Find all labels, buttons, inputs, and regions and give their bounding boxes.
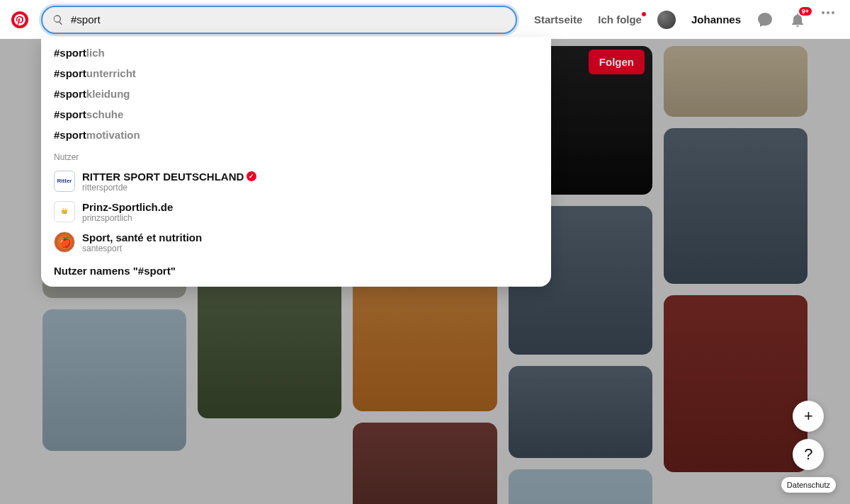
pin[interactable] [353, 270, 497, 411]
notifications-icon[interactable]: 9+ [789, 11, 806, 28]
user-avatar: Ritter [54, 171, 75, 192]
pin[interactable] [198, 270, 341, 418]
suggestion-rest: motivation [86, 129, 140, 141]
help-button[interactable]: ? [793, 439, 824, 470]
dropdown-section-label: Nutzer [41, 145, 551, 166]
header-bar: #sportlich #sportunterricht #sportkleidu… [0, 0, 850, 39]
user-avatar: 👑 [54, 201, 75, 222]
search-icon [52, 14, 64, 25]
messages-icon[interactable] [756, 11, 774, 28]
nav-home[interactable]: Startseite [534, 13, 582, 25]
more-menu-icon[interactable] [822, 11, 839, 28]
suggestion-match: #sport [54, 129, 86, 141]
user-name: Sport, santé et nutrition [82, 231, 202, 244]
user-handle: rittersportde [82, 183, 256, 193]
suggestion-item[interactable]: #sportschuhe [41, 104, 551, 125]
user-handle: santesport [82, 244, 202, 253]
pin[interactable] [353, 423, 497, 504]
suggestion-match: #sport [54, 47, 86, 59]
pin[interactable] [509, 469, 652, 504]
suggestion-item[interactable]: #sportlich [41, 42, 551, 63]
verified-badge-icon [246, 171, 256, 181]
suggestion-match: #sport [54, 108, 86, 120]
suggestion-match: #sport [54, 67, 86, 79]
nav-following-label: Ich folge [598, 13, 642, 25]
suggestion-match: #sport [54, 88, 86, 100]
suggestion-rest: lich [86, 47, 105, 59]
pin[interactable] [664, 46, 808, 117]
suggestion-rest: kleidung [86, 88, 130, 100]
pin[interactable] [664, 128, 808, 284]
search-wrapper: #sportlich #sportunterricht #sportkleidu… [41, 6, 517, 34]
suggestion-item[interactable]: #sportkleidung [41, 84, 551, 104]
suggestion-user[interactable]: 🍎 Sport, santé et nutrition santesport [41, 227, 551, 258]
user-avatar[interactable] [657, 11, 676, 29]
suggestion-rest: schuhe [86, 108, 124, 120]
add-button[interactable]: + [793, 401, 824, 432]
suggestion-rest: unterricht [86, 67, 136, 79]
user-name: Prinz-Sportlich.de [82, 201, 173, 213]
user-handle: prinzsportlich [82, 213, 173, 223]
user-avatar: 🍎 [54, 231, 75, 253]
suggestion-user[interactable]: 👑 Prinz-Sportlich.de prinzsportlich [41, 197, 551, 227]
notification-badge: 9+ [799, 7, 812, 16]
nav-following[interactable]: Ich folge [598, 13, 642, 25]
privacy-link[interactable]: Datenschutz [781, 477, 836, 493]
dropdown-footer-link[interactable]: Nutzer namens "#sport" [41, 258, 551, 277]
pin[interactable] [509, 366, 652, 458]
pin[interactable] [42, 309, 186, 451]
search-box[interactable] [41, 6, 517, 34]
user-name: RITTER SPORT DEUTSCHLAND [82, 171, 244, 183]
pinterest-logo[interactable] [11, 11, 28, 28]
search-autocomplete-dropdown: #sportlich #sportunterricht #sportkleidu… [41, 37, 551, 287]
floating-actions: + ? Datenschutz [781, 401, 836, 493]
follow-button[interactable]: Folgen [589, 50, 645, 74]
user-name-label[interactable]: Johannes [691, 13, 741, 25]
suggestion-item[interactable]: #sportunterricht [41, 63, 551, 84]
suggestion-user[interactable]: Ritter RITTER SPORT DEUTSCHLAND rittersp… [41, 166, 551, 197]
suggestion-item[interactable]: #sportmotivation [41, 125, 551, 145]
header-nav: Startseite Ich folge Johannes 9+ [534, 11, 839, 29]
notification-dot-icon [642, 12, 646, 16]
search-input[interactable] [71, 13, 506, 25]
